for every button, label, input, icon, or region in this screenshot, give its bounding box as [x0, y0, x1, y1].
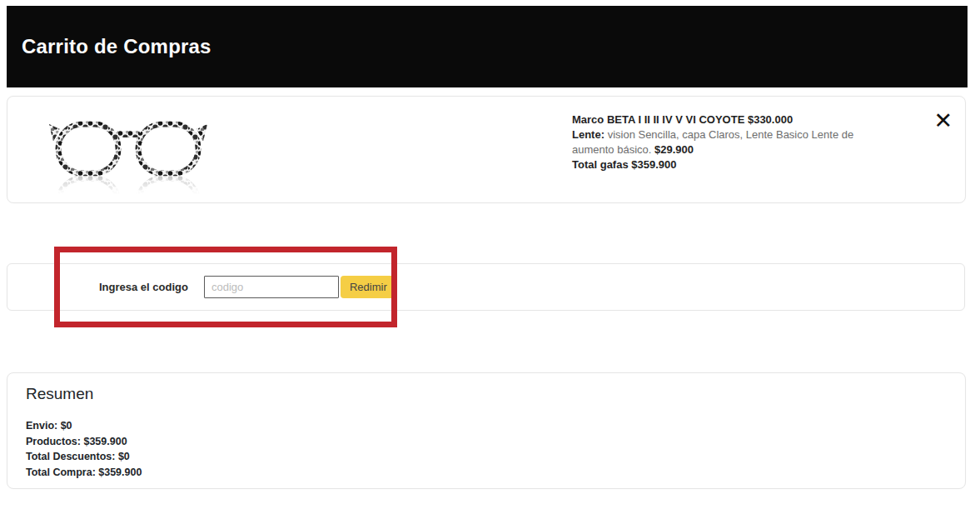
coupon-label: Ingresa el codigo [99, 281, 188, 293]
summary-line-total: Total Compra: $359.900 [26, 465, 965, 481]
product-title: Marco BETA I II II IV V VI COYOTE $330.0… [572, 112, 883, 127]
close-icon: ✕ [933, 107, 953, 133]
header-bar: Carrito de Compras [7, 6, 968, 87]
lens-description: vision Sencilla, capa Claros, Lente Basi… [572, 128, 853, 156]
summary-line-shipping: Envio: $0 [26, 418, 965, 434]
lens-price: $29.900 [654, 143, 694, 156]
redeem-button[interactable]: Redimir [341, 276, 396, 298]
page-title: Carrito de Compras [22, 35, 211, 58]
product-lens-line: Lente: vision Sencilla, capa Claros, Len… [572, 127, 883, 157]
lens-label: Lente: [572, 128, 604, 141]
coupon-card: Ingresa el codigo Redimir [7, 263, 965, 311]
cart-item-card: Marco BETA I II II IV V VI COYOTE $330.0… [7, 96, 966, 203]
product-info: Marco BETA I II II IV V VI COYOTE $330.0… [572, 112, 883, 172]
summary-line-discounts: Total Descuentos: $0 [26, 449, 965, 465]
product-image [48, 121, 208, 197]
glasses-image [48, 121, 208, 176]
summary-card: Resumen Envio: $0 Productos: $359.900 To… [7, 372, 966, 489]
remove-item-button[interactable]: ✕ [932, 107, 954, 133]
coupon-code-input[interactable] [204, 276, 339, 298]
product-total: Total gafas $359.900 [572, 157, 883, 172]
glasses-reflection [48, 176, 208, 197]
summary-title: Resumen [26, 383, 965, 405]
summary-line-products: Productos: $359.900 [26, 434, 965, 450]
shopping-cart-page: Carrito de Compras [0, 0, 980, 519]
summary-lines: Envio: $0 Productos: $359.900 Total Desc… [26, 418, 965, 480]
